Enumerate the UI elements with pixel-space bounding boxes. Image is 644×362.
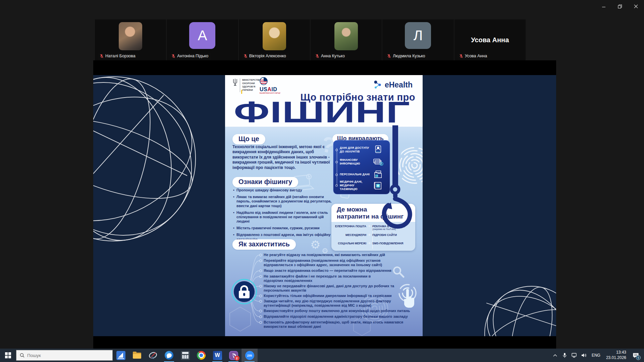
- microphone-tray-icon[interactable]: [561, 349, 569, 362]
- muted-mic-icon: [100, 54, 104, 58]
- signs-list: Пропонує швидку фінансову вигоду Лякає т…: [233, 188, 338, 244]
- participant-tile[interactable]: А Антоніна Підько: [167, 19, 238, 62]
- clock-date: 23.01.2026: [606, 355, 626, 361]
- protect-item: Використовуйте робочу пошту виключно для…: [264, 309, 410, 313]
- search-icon: [20, 353, 24, 358]
- close-button[interactable]: [628, 0, 644, 13]
- ehealth-molecule-icon: [373, 80, 382, 90]
- protect-item: Користуйтесь тільки офіційними джерелами…: [264, 294, 392, 298]
- minimize-button[interactable]: [596, 0, 612, 13]
- signs-heading: Ознаки фішингу: [232, 177, 298, 187]
- where-item: МЕСЕНДЖЕРИ: [331, 233, 366, 237]
- volume-tray-icon[interactable]: [581, 349, 588, 362]
- participant-name-tag: Усова Анна: [457, 53, 490, 59]
- sign-item: Пропонує швидку фінансову вигоду: [233, 188, 338, 192]
- action-center-button[interactable]: 5: [631, 349, 641, 362]
- network-tray-icon[interactable]: [571, 349, 578, 362]
- usaid-tagline: ВІД АМЕРИКАНСЬКОГО НАРОДУ: [260, 93, 284, 94]
- muted-mic-icon: [244, 54, 248, 58]
- search-input[interactable]: [27, 353, 101, 358]
- globe-wireframe-left: [93, 75, 214, 273]
- where-item: ЕЛЕКТРОННА ПОШТА: [331, 225, 366, 228]
- steal-item-label: ДАНІ ДЛЯ ДОСТУПУ ДО АКАУНТІВ: [340, 146, 373, 154]
- moh-line: ЗДОРОВ'Я: [242, 85, 261, 88]
- steal-item-label: ФІНАНСОВУ ІНФОРМАЦІЮ: [340, 158, 373, 166]
- viber-badge: 2: [234, 356, 239, 361]
- moh-line: ОХОРОНИ: [242, 82, 261, 85]
- taskbar-app-thunderbird[interactable]: [161, 349, 177, 362]
- dot-icon: [369, 242, 370, 244]
- muted-mic-icon: [459, 54, 463, 58]
- taskbar: W 2 zm ENG 13:43 23.01.2026: [0, 349, 644, 362]
- clock[interactable]: 13:43 23.01.2026: [604, 350, 628, 360]
- taskbar-app-zoom[interactable]: zm: [241, 349, 258, 362]
- viber-icon: 2: [229, 351, 238, 360]
- where-item: ПІДРОБНІ САЙТИ: [372, 233, 413, 237]
- usaid-wordmark: USAID: [260, 86, 284, 93]
- thunderbird-icon: [165, 351, 173, 360]
- participant-tile[interactable]: Усова Анна Усова Анна: [454, 19, 526, 62]
- protect-item: Якщо знаєте відправника особисто — переп…: [264, 268, 391, 273]
- avatar: [263, 22, 286, 50]
- where-item: СОЦІАЛЬНІ МЕРЕЖІ: [331, 242, 366, 245]
- participant-name: Антоніна Підько: [177, 54, 208, 58]
- windows-logo-icon: [5, 352, 11, 358]
- moh-line: МІНІСТЕРСТВО: [242, 78, 261, 82]
- participant-tile[interactable]: Наталі Борзова: [95, 19, 166, 62]
- minimize-icon: [602, 4, 606, 8]
- where-row: МЕСЕНДЖЕРИ ПІДРОБНІ САЙТИ: [331, 233, 415, 237]
- taskbar-app-snipping-tool[interactable]: [145, 349, 161, 362]
- globe-wireframe-right: [483, 283, 556, 336]
- participant-name-tag: Наталі Борзова: [98, 53, 139, 59]
- taskbar-search[interactable]: [16, 350, 113, 361]
- moh-line: УКРАЇНИ: [242, 88, 261, 92]
- taskbar-app-word[interactable]: W: [209, 349, 225, 362]
- participant-name-tag: Людмила Кузько: [385, 53, 428, 59]
- participant-tile[interactable]: Анна Кутько: [311, 19, 382, 62]
- taskbar-app-chrome[interactable]: [193, 349, 209, 362]
- participant-name: Усова Анна: [465, 54, 487, 58]
- avatar: Л: [405, 22, 431, 49]
- language-indicator[interactable]: ENG: [590, 353, 602, 358]
- taskbar-app-viber[interactable]: 2: [225, 349, 241, 362]
- restore-icon: [618, 4, 622, 9]
- moh-yellow-accent: [241, 90, 242, 94]
- hidden-icons-chevron[interactable]: [551, 349, 559, 362]
- system-tray: ENG 13:43 23.01.2026 5: [551, 349, 644, 362]
- taskbar-app-scanner[interactable]: [113, 349, 129, 362]
- slide-header: МІНІСТЕРСТВО ОХОРОНИ ЗДОРОВ'Я УКРАЇНИ US…: [225, 75, 423, 127]
- protect-item: Завжди читайте, яку дію підтверджує пові…: [264, 299, 397, 308]
- word-icon: W: [213, 351, 222, 360]
- snipping-tool-icon: [149, 351, 158, 360]
- participant-tile[interactable]: Вікторія Алексенко: [239, 19, 310, 62]
- zoom-icon: zm: [245, 351, 254, 360]
- what-is-heading: Що це: [232, 134, 265, 144]
- moh-logo: МІНІСТЕРСТВО ОХОРОНИ ЗДОРОВ'Я УКРАЇНИ: [232, 78, 261, 92]
- participant-name-tag: Анна Кутько: [313, 53, 348, 59]
- sign-item: Надійшло від знайомої людини / колеги, а…: [233, 210, 338, 224]
- slide-title: ФІШИНГ: [234, 97, 410, 127]
- usaid-logo: USAID ВІД АМЕРИКАНСЬКОГО НАРОДУ: [260, 77, 284, 94]
- restore-button[interactable]: [612, 0, 628, 13]
- protect-item: Не завантажуйте файли і не переходьте за…: [264, 274, 372, 283]
- what-is-text: Технологія соціальної інженерії, метою я…: [232, 144, 334, 170]
- lock-shield-icon: [231, 279, 257, 304]
- muted-mic-icon: [171, 54, 175, 58]
- taskbar-app-file-explorer[interactable]: [129, 349, 145, 362]
- notification-badge: 5: [636, 355, 641, 360]
- avatar: [119, 22, 142, 50]
- participant-tile[interactable]: Л Людмила Кузько: [382, 19, 453, 62]
- protect-item: Перевіряйте відправника (повідомлення ві…: [264, 258, 388, 267]
- participant-name-tag: Вікторія Алексенко: [241, 53, 289, 59]
- file-explorer-icon: [132, 351, 142, 360]
- avatar: А: [189, 22, 215, 49]
- where-row: СОЦІАЛЬНІ МЕРЕЖІ SMS-ПОВІДОМЛЕННЯ: [331, 242, 415, 245]
- window-controls: [596, 0, 644, 13]
- fishing-hook-icon: [373, 125, 423, 229]
- steal-item-label: ПЕРСОНАЛЬНІ ДАНІ: [340, 173, 373, 176]
- share-letterbox-top: [93, 60, 556, 75]
- protect-item: Нікому не передавайте фінансові дані, да…: [264, 284, 398, 293]
- taskbar-app-calculator[interactable]: [177, 349, 193, 362]
- dot-icon: [369, 225, 370, 227]
- start-button[interactable]: [0, 349, 16, 362]
